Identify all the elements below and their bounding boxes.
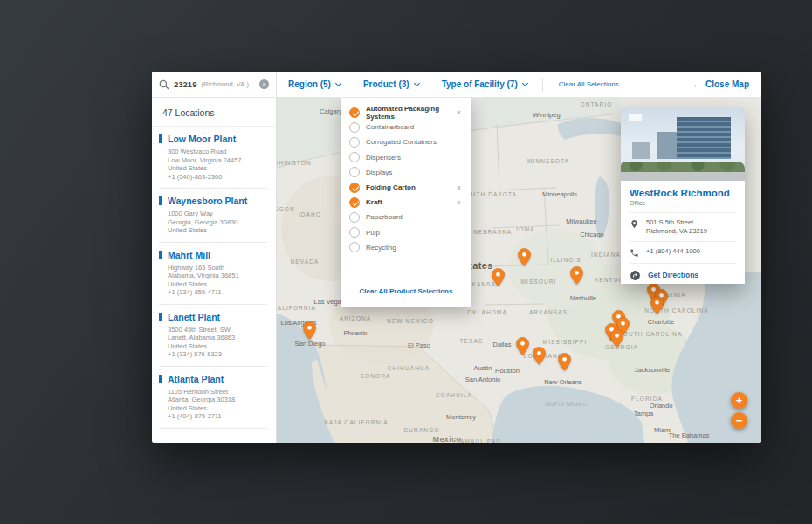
location-detail-line: +1 (334) 576-6323: [159, 350, 267, 359]
checkbox-icon[interactable]: [349, 227, 360, 238]
map-pin-icon[interactable]: [533, 347, 546, 365]
locations-map-window: 23219 (Richmond, VA.) × Region (5) Produ…: [152, 72, 761, 443]
checkbox-checked-icon[interactable]: [349, 197, 360, 208]
product-option[interactable]: Recycling: [349, 240, 463, 255]
search-hint: (Richmond, VA.): [201, 80, 248, 88]
map-pin-icon[interactable]: [610, 329, 623, 348]
clear-search-icon[interactable]: ×: [259, 79, 269, 89]
location-detail-line: United States: [159, 164, 267, 173]
remove-selection-icon[interactable]: ×: [457, 183, 463, 192]
checkbox-checked-icon[interactable]: [349, 107, 360, 118]
product-option[interactable]: Automated Packaging Systems×: [349, 105, 463, 120]
directions-icon: [630, 270, 641, 281]
location-list-item[interactable]: Low Moor Plant300 Westvaco RoadLow Moor,…: [159, 127, 267, 189]
map-pin-icon[interactable]: [516, 337, 529, 355]
detail-phone[interactable]: +1 (804) 444-1000: [646, 247, 700, 256]
product-option[interactable]: Dispensers: [349, 150, 463, 165]
location-detail-line: Lanett, Alabama 36863: [159, 334, 267, 342]
close-map-label: Close Map: [705, 79, 749, 89]
get-directions-row[interactable]: Get Directions: [630, 263, 736, 286]
product-option-label: Paperboard: [366, 213, 463, 221]
product-option[interactable]: Paperboard: [349, 210, 463, 224]
location-detail-line: 300 Westvaco Road: [159, 148, 267, 156]
location-name[interactable]: Lanett Plant: [159, 312, 267, 322]
product-option-label: Displays: [366, 169, 463, 176]
product-filter-dropdown: Automated Packaging Systems×Containerboa…: [341, 98, 471, 307]
product-option[interactable]: Displays: [349, 165, 463, 180]
remove-selection-icon[interactable]: ×: [457, 108, 463, 117]
filter-facility-type[interactable]: Type of Facility (7): [430, 72, 539, 97]
zoom-out-button[interactable]: −: [731, 412, 747, 429]
zoom-in-button[interactable]: +: [731, 392, 747, 409]
location-list-item[interactable]: Mahrt MillHighway 165 SouthAlabama, Virg…: [159, 243, 267, 305]
product-option[interactable]: Pulp: [349, 225, 463, 240]
location-detail-line: United States: [159, 342, 267, 351]
remove-selection-icon[interactable]: ×: [457, 198, 463, 207]
divider: [542, 78, 543, 92]
clear-all-selections-link[interactable]: Clear All Selections: [547, 80, 631, 88]
location-detail-line: United States: [159, 226, 267, 235]
detail-address-row: 501 S 5th Street Richmond, VA 23219: [630, 212, 736, 241]
filter-product[interactable]: Product (3): [352, 72, 430, 97]
chevron-down-icon: [414, 79, 420, 86]
clear-product-selections-link[interactable]: Clear All Product Selections: [341, 277, 471, 307]
location-detail-line: Atlanta, Georgia 30318: [159, 396, 267, 404]
location-pin-icon: [630, 219, 639, 229]
location-photo: [621, 108, 745, 181]
chevron-down-icon: [522, 79, 528, 86]
detail-title: WestRock Richmond: [630, 188, 736, 198]
location-detail-line: Georgia, Georgia 30830: [159, 218, 267, 227]
product-option-label: Recycling: [366, 244, 463, 252]
checkbox-checked-icon[interactable]: [349, 183, 360, 193]
location-detail-line: 1000 Gary Way: [159, 210, 267, 218]
checkbox-icon[interactable]: [349, 152, 360, 162]
search-input[interactable]: 23219 (Richmond, VA.) ×: [152, 72, 277, 97]
get-directions-link[interactable]: Get Directions: [648, 271, 698, 279]
location-name[interactable]: Low Moor Plant: [159, 134, 267, 144]
map-pin-icon[interactable]: [518, 248, 531, 266]
location-name[interactable]: Atlanta Plant: [159, 374, 267, 384]
filter-facility-type-label: Type of Facility (7): [442, 79, 518, 89]
filter-product-label: Product (3): [363, 79, 409, 89]
product-option[interactable]: Containerboard: [349, 120, 463, 134]
product-option-label: Corrugated Containers: [366, 138, 463, 146]
checkbox-icon[interactable]: [349, 122, 360, 133]
search-icon: [159, 79, 169, 90]
location-list-item[interactable]: Waynesboro Plant1000 Gary WayGeorgia, Ge…: [159, 189, 267, 243]
map-pin-icon[interactable]: [303, 321, 316, 340]
filter-region[interactable]: Region (5): [277, 72, 352, 97]
location-detail-line: Alabama, Virginia 36851: [159, 272, 267, 280]
map-pin-icon[interactable]: [570, 266, 583, 285]
location-name[interactable]: Mahrt Mill: [159, 250, 267, 260]
map-pin-icon[interactable]: [492, 268, 505, 286]
detail-address-line2: Richmond, VA 23219: [646, 227, 707, 236]
product-option[interactable]: Kraft×: [349, 195, 463, 210]
location-detail-line: 1105 Herndon Street: [159, 388, 267, 396]
detail-phone-row[interactable]: +1 (804) 444-1000: [630, 241, 736, 263]
map-pin-icon[interactable]: [650, 296, 664, 314]
location-detail-line: United States: [159, 404, 267, 413]
map-pin-icon[interactable]: [558, 353, 571, 371]
search-value: 23219: [174, 79, 196, 89]
back-arrow-icon: ←: [692, 79, 701, 89]
product-option-label: Kraft: [366, 198, 451, 206]
location-list-item[interactable]: Lanett Plant3500 45th Street, SWLanett, …: [159, 305, 267, 367]
filter-region-label: Region (5): [288, 79, 331, 89]
product-option[interactable]: Folding Carton×: [349, 180, 463, 195]
checkbox-icon[interactable]: [349, 167, 360, 177]
locations-sidebar: 47 Locations Low Moor Plant300 Westvaco …: [152, 98, 277, 443]
location-detail-card: WestRock Richmond Office 501 S 5th Stree…: [621, 108, 745, 284]
location-detail-line: +1 (404)-875-2711: [159, 412, 267, 421]
checkbox-icon[interactable]: [349, 137, 360, 148]
location-name[interactable]: Waynesboro Plant: [159, 196, 267, 206]
product-option[interactable]: Corrugated Containers: [349, 134, 463, 149]
location-detail-line: +1 (334)-855-4711: [159, 288, 267, 297]
checkbox-icon[interactable]: [349, 212, 360, 223]
checkbox-icon[interactable]: [349, 242, 360, 252]
location-list-item[interactable]: Atlanta Plant1105 Herndon StreetAtlanta,…: [159, 367, 267, 429]
locations-count: 47 Locations: [152, 98, 276, 127]
phone-icon: [630, 248, 639, 258]
product-dropdown-list: Automated Packaging Systems×Containerboa…: [341, 98, 471, 277]
close-map-button[interactable]: ← Close Map: [680, 79, 761, 89]
filter-bar: 23219 (Richmond, VA.) × Region (5) Produ…: [152, 72, 761, 98]
